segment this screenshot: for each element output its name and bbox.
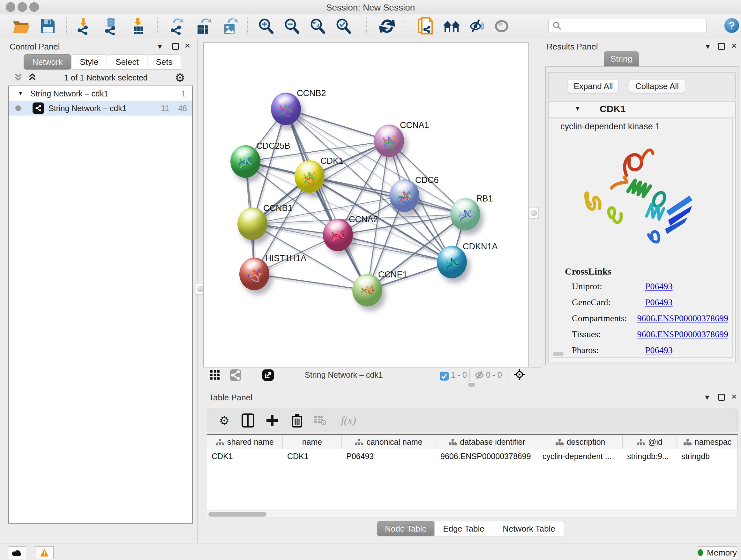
- cloud-icon: [11, 549, 22, 557]
- delete-table-button-disabled: [311, 412, 329, 429]
- tab-style[interactable]: Style: [71, 54, 107, 70]
- cloud-status-button[interactable]: [8, 546, 26, 559]
- open-folder-icon: [12, 19, 30, 34]
- crosslink-link[interactable]: P06493: [645, 281, 673, 292]
- tab-sets[interactable]: Sets: [147, 54, 181, 70]
- results-panel-float-button[interactable]: [718, 43, 725, 50]
- network-from-clipboard-button[interactable]: [415, 17, 436, 36]
- network-collection-row[interactable]: ▼ String Network – cdk1 1: [9, 86, 192, 101]
- node-CCNB1[interactable]: [238, 207, 267, 240]
- tab-string[interactable]: String: [604, 51, 639, 66]
- memory-button[interactable]: Memory: [697, 546, 737, 559]
- delete-column-button[interactable]: [288, 412, 306, 429]
- add-column-button[interactable]: [263, 412, 281, 429]
- column-header-@id[interactable]: @id: [623, 435, 677, 449]
- network-row-selected[interactable]: String Network – cdk1 11 48: [9, 101, 192, 116]
- expand-all-icon[interactable]: [27, 73, 37, 82]
- column-header-shared-name[interactable]: shared name: [207, 435, 283, 449]
- node-CCNA2[interactable]: [323, 219, 353, 251]
- zoom-out-button[interactable]: [281, 17, 302, 36]
- export-table-button[interactable]: [193, 17, 214, 36]
- open-session-button[interactable]: [11, 17, 31, 36]
- status-bar: Memory: [0, 543, 741, 560]
- node-label-RB1: RB1: [476, 194, 493, 204]
- table-hscrollbar[interactable]: [207, 511, 738, 518]
- search-input[interactable]: [564, 20, 706, 32]
- tab-network-table[interactable]: Network Table: [493, 521, 565, 537]
- collapse-all-button[interactable]: Collapse All: [629, 79, 685, 93]
- expand-all-button[interactable]: Expand All: [568, 79, 619, 93]
- column-header-database-identifier[interactable]: database identifier: [436, 435, 538, 449]
- table-panel-close-button[interactable]: ✕: [731, 393, 737, 401]
- column-header-description[interactable]: description: [538, 435, 623, 449]
- node-CCNE1[interactable]: [352, 274, 382, 307]
- import-network-button[interactable]: [73, 17, 94, 36]
- zoom-in-button[interactable]: [256, 17, 276, 36]
- node-RB1[interactable]: [450, 198, 480, 231]
- tab-network[interactable]: Network: [23, 54, 71, 70]
- warnings-button[interactable]: [35, 546, 54, 559]
- column-header-canonical-name[interactable]: canonical name: [342, 435, 436, 449]
- node-CDC6[interactable]: [389, 179, 419, 212]
- import-database-icon: [103, 17, 119, 35]
- column-header-name[interactable]: name: [283, 435, 342, 449]
- refresh-button[interactable]: [377, 17, 397, 36]
- open-in-window-button[interactable]: [262, 369, 274, 381]
- hide-selected-button[interactable]: [466, 17, 486, 36]
- export-network-button[interactable]: [166, 17, 187, 36]
- import-table-button[interactable]: [128, 17, 149, 36]
- network-options-gear-icon[interactable]: ⚙: [175, 71, 185, 84]
- home-button[interactable]: [441, 17, 462, 36]
- collapse-all-icon[interactable]: [13, 73, 23, 82]
- protein-name: CDK1: [600, 104, 626, 114]
- control-panel-menu-button[interactable]: ▼: [156, 43, 163, 51]
- horizontal-splitter-handle[interactable]: [468, 383, 475, 387]
- zoom-fit-button[interactable]: [307, 17, 328, 36]
- save-session-button[interactable]: [38, 17, 58, 36]
- crosslink-link[interactable]: P06493: [645, 345, 673, 355]
- results-hscroll-thumb[interactable]: [553, 352, 563, 356]
- node-CCNA1[interactable]: [374, 125, 404, 157]
- string-view-button[interactable]: [229, 369, 242, 381]
- export-image-button[interactable]: [219, 17, 240, 36]
- table-hscroll-thumb[interactable]: [208, 512, 266, 516]
- results-panel-menu-button[interactable]: ▼: [704, 43, 711, 51]
- crosslink-row: Pharos:P06493: [572, 345, 728, 355]
- table-row[interactable]: CDK1CDK1P064939606.ENSP00000378699cyclin…: [207, 449, 738, 463]
- crosslink-link[interactable]: 9606.ENSP00000378699: [637, 313, 728, 323]
- column-header-namespac[interactable]: namespac: [677, 435, 738, 449]
- table-panel-menu-button[interactable]: ▼: [704, 393, 711, 401]
- results-panel-close-button[interactable]: ✕: [731, 42, 737, 50]
- birdseye-view-button[interactable]: [209, 369, 221, 381]
- zoom-selected-button[interactable]: [333, 17, 354, 36]
- table-options-gear-icon[interactable]: ⚙: [215, 412, 233, 429]
- refresh-icon: [379, 18, 395, 34]
- crosslink-link[interactable]: 9606.ENSP00000378699: [637, 329, 728, 339]
- selected-indicator-checkbox[interactable]: [438, 370, 450, 382]
- show-columns-button[interactable]: [239, 412, 257, 429]
- fit-content-button[interactable]: [514, 368, 526, 381]
- node-CDC25B[interactable]: [230, 145, 260, 178]
- right-splitter-handle[interactable]: [529, 207, 539, 219]
- protein-collapse-icon[interactable]: ▼: [575, 105, 581, 112]
- crosslink-link[interactable]: P06493: [645, 297, 673, 307]
- node-CDKN1A[interactable]: [437, 246, 467, 278]
- node-CCNB2[interactable]: [271, 92, 301, 125]
- show-all-button[interactable]: [491, 17, 512, 36]
- import-database-button[interactable]: [101, 17, 121, 36]
- tab-edge-table[interactable]: Edge Table: [434, 521, 493, 537]
- save-icon: [41, 18, 55, 34]
- table-panel-float-button[interactable]: [718, 394, 725, 401]
- tab-select[interactable]: Select: [107, 54, 147, 70]
- control-panel-float-button[interactable]: [172, 43, 179, 50]
- node-gloss: [242, 209, 262, 220]
- tab-node-table[interactable]: Node Table: [377, 521, 434, 537]
- node-label-CDC6: CDC6: [415, 175, 439, 185]
- protein-card-header[interactable]: ▼ CDK1: [549, 102, 735, 118]
- tree-expander-icon[interactable]: ▼: [18, 90, 23, 97]
- node-HIST1H1A[interactable]: [239, 258, 269, 290]
- help-button[interactable]: ?: [724, 18, 739, 33]
- network-canvas[interactable]: CCNB2CCNA1CDC25BCDK1CDC6RB1CCNB1CCNA2CDK…: [203, 43, 529, 367]
- node-CDK1[interactable]: [294, 160, 325, 193]
- control-panel-close-button[interactable]: ✕: [185, 42, 190, 50]
